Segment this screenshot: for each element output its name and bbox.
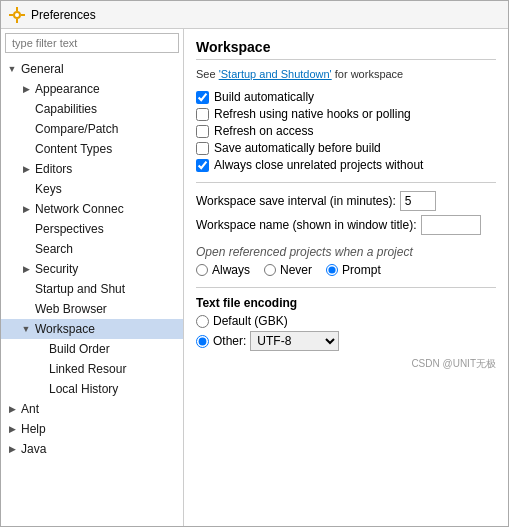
chevron-icon-appearance: ▶ [19,84,33,94]
tree-item-local-history[interactable]: Local History [1,379,183,399]
tree-item-network-connect[interactable]: ▶Network Connec [1,199,183,219]
encoding-row-other: Other:UTF-8UTF-16ISO-8859-1GBK [196,331,496,351]
tree-label-general: General [19,62,64,76]
filter-input[interactable] [5,33,179,53]
svg-rect-5 [21,14,25,16]
divider-2 [196,287,496,288]
encoding-radio-default-gbk[interactable] [196,315,209,328]
workspace-name-label: Workspace name (shown in window title): [196,218,417,232]
encoding-select[interactable]: UTF-8UTF-16ISO-8859-1GBK [250,331,339,351]
titlebar-title: Preferences [31,8,96,22]
tree-item-workspace[interactable]: ▼Workspace [1,319,183,339]
chevron-icon-security: ▶ [19,264,33,274]
tree-label-search: Search [33,242,73,256]
watermark: CSDN @UNIT无极 [196,357,496,371]
svg-point-1 [15,13,19,17]
field-group: Workspace save interval (in minutes): Wo… [196,191,496,235]
encoding-label-default-gbk: Default (GBK) [213,314,288,328]
chevron-icon-help: ▶ [5,424,19,434]
tree-item-appearance[interactable]: ▶Appearance [1,79,183,99]
checkbox-row-always-close: Always close unrelated projects without [196,158,496,172]
tree-item-help[interactable]: ▶Help [1,419,183,439]
tree-item-build-order[interactable]: Build Order [1,339,183,359]
radio-always[interactable] [196,264,208,276]
tree-item-startup-shut[interactable]: Startup and Shut [1,279,183,299]
tree-label-build-order: Build Order [47,342,110,356]
see-also-prefix: See [196,68,219,80]
checkbox-label-save-auto: Save automatically before build [214,141,381,155]
checkbox-row-build-auto: Build automatically [196,90,496,104]
tree-label-keys: Keys [33,182,62,196]
checkbox-row-refresh-native: Refresh using native hooks or polling [196,107,496,121]
radio-label-never: Never [280,263,312,277]
chevron-icon-ant: ▶ [5,404,19,414]
radio-never[interactable] [264,264,276,276]
tree-item-general[interactable]: ▼General [1,59,183,79]
tree-item-java[interactable]: ▶Java [1,439,183,459]
save-interval-row: Workspace save interval (in minutes): [196,191,496,211]
tree-label-startup-shut: Startup and Shut [33,282,125,296]
preferences-window: Preferences ▼General▶AppearanceCapabilit… [0,0,509,527]
preferences-icon [9,7,25,23]
startup-shutdown-link[interactable]: 'Startup and Shutdown' [219,68,332,80]
checkbox-label-refresh-access: Refresh on access [214,124,313,138]
checkbox-refresh-access[interactable] [196,125,209,138]
encoding-section: Text file encoding Default (GBK)Other:UT… [196,296,496,351]
tree-label-linked-resour: Linked Resour [47,362,126,376]
open-referenced-label: Open referenced projects when a project [196,245,496,259]
tree-item-capabilities[interactable]: Capabilities [1,99,183,119]
tree-label-editors: Editors [33,162,72,176]
tree-item-ant[interactable]: ▶Ant [1,399,183,419]
tree-label-security: Security [33,262,78,276]
tree-item-keys[interactable]: Keys [1,179,183,199]
see-also-suffix: for workspace [332,68,404,80]
svg-rect-2 [16,7,18,11]
section-title: Workspace [196,39,496,60]
checkbox-row-refresh-access: Refresh on access [196,124,496,138]
svg-rect-3 [16,19,18,23]
tree-label-compare-patch: Compare/Patch [33,122,118,136]
main-content: ▼General▶AppearanceCapabilitiesCompare/P… [1,29,508,526]
checkbox-group: Build automaticallyRefresh using native … [196,90,496,172]
tree-item-web-browser[interactable]: Web Browser [1,299,183,319]
workspace-name-input[interactable] [421,215,481,235]
chevron-icon-workspace: ▼ [19,324,33,334]
tree-label-java: Java [19,442,46,456]
titlebar: Preferences [1,1,508,29]
radio-row: AlwaysNeverPrompt [196,263,496,277]
tree-item-content-types[interactable]: Content Types [1,139,183,159]
tree-label-workspace: Workspace [33,322,95,336]
tree: ▼General▶AppearanceCapabilitiesCompare/P… [1,57,183,526]
tree-label-local-history: Local History [47,382,118,396]
chevron-icon-network-connect: ▶ [19,204,33,214]
tree-label-network-connect: Network Connec [33,202,124,216]
save-interval-label: Workspace save interval (in minutes): [196,194,396,208]
encoding-radio-other[interactable] [196,335,209,348]
checkbox-label-refresh-native: Refresh using native hooks or polling [214,107,411,121]
tree-label-capabilities: Capabilities [33,102,97,116]
save-interval-input[interactable] [400,191,436,211]
tree-item-perspectives[interactable]: Perspectives [1,219,183,239]
tree-item-security[interactable]: ▶Security [1,259,183,279]
encoding-row-default-gbk: Default (GBK) [196,314,496,328]
radio-label-always: Always [212,263,250,277]
checkbox-save-auto[interactable] [196,142,209,155]
tree-label-help: Help [19,422,46,436]
checkbox-build-auto[interactable] [196,91,209,104]
chevron-icon-java: ▶ [5,444,19,454]
tree-label-appearance: Appearance [33,82,100,96]
svg-rect-4 [9,14,13,16]
checkbox-always-close[interactable] [196,159,209,172]
checkbox-label-build-auto: Build automatically [214,90,314,104]
tree-item-editors[interactable]: ▶Editors [1,159,183,179]
radio-prompt[interactable] [326,264,338,276]
checkbox-refresh-native[interactable] [196,108,209,121]
tree-item-compare-patch[interactable]: Compare/Patch [1,119,183,139]
tree-item-linked-resour[interactable]: Linked Resour [1,359,183,379]
tree-item-search[interactable]: Search [1,239,183,259]
encoding-title: Text file encoding [196,296,496,310]
checkbox-row-save-auto: Save automatically before build [196,141,496,155]
see-also: See 'Startup and Shutdown' for workspace [196,68,496,80]
radio-label-prompt: Prompt [342,263,381,277]
divider-1 [196,182,496,183]
